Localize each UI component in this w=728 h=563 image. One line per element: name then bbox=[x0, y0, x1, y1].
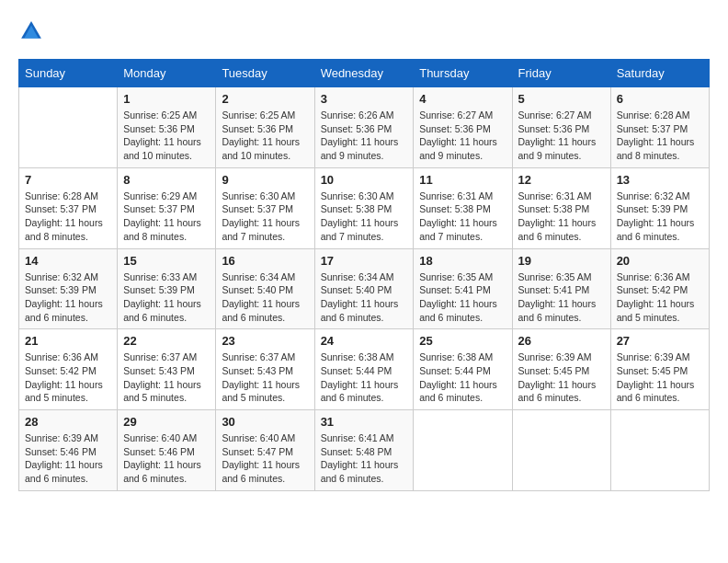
day-info-line: Sunset: 5:45 PM bbox=[617, 364, 703, 378]
calendar-cell: 3Sunrise: 6:26 AMSunset: 5:36 PMDaylight… bbox=[314, 87, 414, 168]
calendar-cell: 7Sunrise: 6:28 AMSunset: 5:37 PMDaylight… bbox=[19, 167, 118, 248]
day-info-line: Sunset: 5:47 PM bbox=[222, 445, 308, 459]
day-info-line: Daylight: 11 hours and 6 minutes. bbox=[25, 458, 111, 485]
day-info-line: Sunrise: 6:38 AM bbox=[321, 350, 408, 364]
day-info-line: Sunrise: 6:29 AM bbox=[123, 190, 210, 203]
calendar-cell: 27Sunrise: 6:39 AMSunset: 5:45 PMDayligh… bbox=[610, 329, 709, 410]
day-number: 2 bbox=[222, 92, 308, 106]
day-number: 5 bbox=[518, 92, 605, 106]
day-number: 21 bbox=[25, 334, 111, 348]
day-info-line: Sunset: 5:46 PM bbox=[123, 445, 210, 459]
day-info-line: Sunrise: 6:28 AM bbox=[617, 109, 703, 122]
day-info-line: Sunrise: 6:33 AM bbox=[123, 270, 210, 284]
day-info-line: Daylight: 11 hours and 6 minutes. bbox=[222, 458, 308, 485]
day-number: 23 bbox=[222, 334, 308, 348]
day-info-line: Sunrise: 6:35 AM bbox=[518, 270, 605, 284]
calendar-cell: 12Sunrise: 6:31 AMSunset: 5:38 PMDayligh… bbox=[512, 167, 610, 248]
calendar-week-row: 28Sunrise: 6:39 AMSunset: 5:46 PMDayligh… bbox=[19, 410, 710, 491]
day-info-line: Sunrise: 6:35 AM bbox=[419, 270, 506, 284]
day-info-line: Sunrise: 6:25 AM bbox=[222, 109, 308, 122]
day-info-line: Sunset: 5:44 PM bbox=[321, 364, 408, 378]
day-number: 22 bbox=[123, 334, 210, 348]
day-number: 19 bbox=[518, 254, 605, 268]
calendar-cell bbox=[414, 410, 512, 491]
day-number: 10 bbox=[321, 173, 408, 187]
weekday-header: Thursday bbox=[414, 60, 512, 87]
day-number: 14 bbox=[25, 254, 111, 268]
day-info-line: Sunrise: 6:38 AM bbox=[419, 350, 506, 364]
calendar-cell: 20Sunrise: 6:36 AMSunset: 5:42 PMDayligh… bbox=[610, 248, 709, 329]
day-info-line: Sunset: 5:36 PM bbox=[419, 122, 506, 136]
calendar-cell: 6Sunrise: 6:28 AMSunset: 5:37 PMDaylight… bbox=[610, 87, 709, 168]
day-info-line: Sunrise: 6:36 AM bbox=[25, 350, 111, 364]
day-info-line: Sunrise: 6:26 AM bbox=[321, 109, 408, 122]
day-info-line: Sunset: 5:39 PM bbox=[617, 202, 703, 216]
calendar-cell: 11Sunrise: 6:31 AMSunset: 5:38 PMDayligh… bbox=[414, 167, 512, 248]
day-info-line: Sunset: 5:38 PM bbox=[518, 202, 605, 216]
day-info-line: Sunset: 5:39 PM bbox=[123, 283, 210, 297]
weekday-header: Monday bbox=[118, 60, 216, 87]
day-number: 8 bbox=[123, 173, 210, 187]
day-info-line: Sunset: 5:36 PM bbox=[222, 122, 308, 136]
calendar-cell: 19Sunrise: 6:35 AMSunset: 5:41 PMDayligh… bbox=[512, 248, 610, 329]
weekday-header: Sunday bbox=[19, 60, 118, 87]
day-info-line: Daylight: 11 hours and 6 minutes. bbox=[222, 297, 308, 324]
calendar-cell: 17Sunrise: 6:34 AMSunset: 5:40 PMDayligh… bbox=[314, 248, 414, 329]
day-info-line: Sunrise: 6:30 AM bbox=[222, 190, 308, 203]
day-info-line: Daylight: 11 hours and 6 minutes. bbox=[123, 458, 210, 485]
day-number: 27 bbox=[617, 334, 703, 348]
calendar-cell: 28Sunrise: 6:39 AMSunset: 5:46 PMDayligh… bbox=[19, 410, 118, 491]
calendar-cell: 14Sunrise: 6:32 AMSunset: 5:39 PMDayligh… bbox=[19, 248, 118, 329]
day-info-line: Sunrise: 6:30 AM bbox=[321, 190, 408, 203]
day-info-line: Daylight: 11 hours and 8 minutes. bbox=[617, 135, 703, 162]
day-number: 16 bbox=[222, 254, 308, 268]
day-number: 24 bbox=[321, 334, 408, 348]
calendar-cell: 10Sunrise: 6:30 AMSunset: 5:38 PMDayligh… bbox=[314, 167, 414, 248]
day-info-line: Sunset: 5:40 PM bbox=[321, 283, 408, 297]
day-info-line: Daylight: 11 hours and 5 minutes. bbox=[25, 378, 111, 405]
day-info-line: Daylight: 11 hours and 6 minutes. bbox=[419, 378, 506, 405]
day-info-line: Sunset: 5:37 PM bbox=[25, 202, 111, 216]
day-info-line: Daylight: 11 hours and 7 minutes. bbox=[419, 216, 506, 243]
day-info-line: Daylight: 11 hours and 5 minutes. bbox=[222, 378, 308, 405]
day-info-line: Sunrise: 6:39 AM bbox=[25, 431, 111, 445]
day-info-line: Daylight: 11 hours and 5 minutes. bbox=[617, 297, 703, 324]
calendar-cell: 15Sunrise: 6:33 AMSunset: 5:39 PMDayligh… bbox=[118, 248, 216, 329]
calendar-cell: 25Sunrise: 6:38 AMSunset: 5:44 PMDayligh… bbox=[414, 329, 512, 410]
day-info-line: Sunset: 5:40 PM bbox=[222, 283, 308, 297]
day-info-line: Sunrise: 6:31 AM bbox=[419, 190, 506, 203]
day-info-line: Sunset: 5:46 PM bbox=[25, 445, 111, 459]
day-info-line: Sunset: 5:42 PM bbox=[25, 364, 111, 378]
day-info-line: Daylight: 11 hours and 6 minutes. bbox=[518, 216, 605, 243]
calendar-cell: 31Sunrise: 6:41 AMSunset: 5:48 PMDayligh… bbox=[314, 410, 414, 491]
day-info-line: Daylight: 11 hours and 9 minutes. bbox=[518, 135, 605, 162]
calendar-week-row: 1Sunrise: 6:25 AMSunset: 5:36 PMDaylight… bbox=[19, 87, 710, 168]
calendar-week-row: 21Sunrise: 6:36 AMSunset: 5:42 PMDayligh… bbox=[19, 329, 710, 410]
day-info-line: Sunrise: 6:34 AM bbox=[222, 270, 308, 284]
day-info-line: Daylight: 11 hours and 7 minutes. bbox=[321, 216, 408, 243]
day-number: 13 bbox=[617, 173, 703, 187]
day-info-line: Sunrise: 6:36 AM bbox=[617, 270, 703, 284]
day-number: 6 bbox=[617, 92, 703, 106]
day-info-line: Sunset: 5:39 PM bbox=[25, 283, 111, 297]
calendar-week-row: 14Sunrise: 6:32 AMSunset: 5:39 PMDayligh… bbox=[19, 248, 710, 329]
calendar-cell bbox=[610, 410, 709, 491]
logo bbox=[18, 18, 46, 44]
day-number: 9 bbox=[222, 173, 308, 187]
day-number: 4 bbox=[419, 92, 506, 106]
day-number: 30 bbox=[222, 415, 308, 429]
day-info-line: Daylight: 11 hours and 6 minutes. bbox=[321, 297, 408, 324]
day-info-line: Sunrise: 6:37 AM bbox=[123, 350, 210, 364]
day-info-line: Sunset: 5:36 PM bbox=[123, 122, 210, 136]
day-info-line: Daylight: 11 hours and 9 minutes. bbox=[419, 135, 506, 162]
day-info-line: Daylight: 11 hours and 6 minutes. bbox=[25, 297, 111, 324]
calendar-cell bbox=[512, 410, 610, 491]
day-info-line: Sunset: 5:41 PM bbox=[518, 283, 605, 297]
day-number: 26 bbox=[518, 334, 605, 348]
day-info-line: Sunrise: 6:40 AM bbox=[123, 431, 210, 445]
day-info-line: Daylight: 11 hours and 6 minutes. bbox=[419, 297, 506, 324]
day-info-line: Sunrise: 6:39 AM bbox=[518, 350, 605, 364]
day-info-line: Sunrise: 6:41 AM bbox=[321, 431, 408, 445]
day-number: 15 bbox=[123, 254, 210, 268]
day-info-line: Sunset: 5:48 PM bbox=[321, 445, 408, 459]
